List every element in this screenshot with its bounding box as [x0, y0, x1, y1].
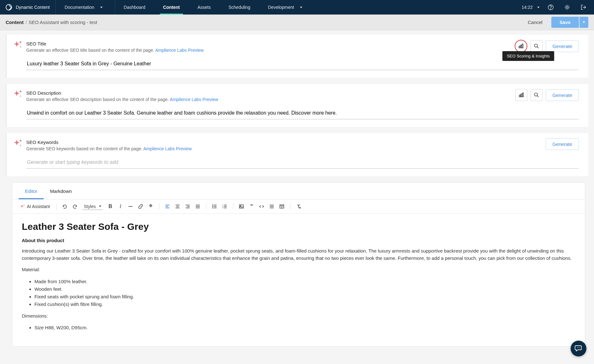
svg-point-26 — [213, 205, 213, 206]
list-item: Fixed seats with pocket sprung and foam … — [34, 293, 573, 301]
chat-support-button[interactable] — [571, 341, 586, 356]
nav-development[interactable]: Development — [259, 0, 311, 15]
styles-dropdown[interactable]: Styles — [82, 203, 103, 210]
code-button[interactable] — [257, 202, 266, 211]
svg-rect-38 — [239, 205, 244, 208]
nav-dashboard[interactable]: Dashboard — [115, 0, 155, 15]
seo-keywords-desc: Generate SEO keywords based on the conte… — [26, 146, 142, 151]
breadcrumb-bar: Content / SEO Assistant with scoring - t… — [0, 15, 594, 30]
hr-button[interactable] — [126, 202, 135, 211]
seo-desc-desc: Generate an effective SEO description ba… — [26, 97, 169, 102]
svg-point-28 — [213, 206, 213, 207]
number-list-button[interactable]: 123 — [220, 202, 229, 211]
top-nav: Dynamic Content Documentation Dashboard … — [0, 0, 594, 15]
cancel-button[interactable]: Cancel — [522, 17, 548, 27]
about-heading: About this product — [22, 238, 573, 243]
seo-desc-scoring-button[interactable] — [515, 89, 527, 101]
settings-button[interactable] — [562, 2, 573, 13]
table-button[interactable] — [277, 202, 286, 211]
seo-title-generate-button[interactable]: Generate — [546, 40, 579, 52]
tab-markdown[interactable]: Markdown — [44, 183, 78, 199]
time-label: 14:22 — [522, 5, 533, 10]
nav-scheduling[interactable]: Scheduling — [220, 0, 259, 15]
sparkle-icon — [13, 89, 22, 100]
seo-keywords-generate-button[interactable]: Generate — [546, 138, 579, 150]
svg-rect-13 — [149, 204, 152, 207]
list-item: Made from 100% leather. — [34, 278, 573, 285]
svg-point-30 — [213, 208, 213, 208]
seo-desc-generate-button[interactable]: Generate — [546, 89, 579, 101]
seo-description-block: SEO Description Generate an effective SE… — [6, 84, 588, 127]
align-right-button[interactable] — [183, 202, 192, 211]
nav-content[interactable]: Content — [154, 0, 189, 15]
codeblock-button[interactable] — [267, 202, 276, 211]
svg-text:3: 3 — [222, 207, 223, 209]
list-item: Fixed cushion(s) with fibre filling. — [34, 301, 573, 308]
align-left-button[interactable] — [163, 202, 172, 211]
nav-assets[interactable]: Assets — [189, 0, 220, 15]
dimensions-heading: Dimensions: — [22, 313, 573, 320]
breadcrumb-root[interactable]: Content — [6, 20, 24, 25]
save-button[interactable]: Save — [551, 17, 579, 28]
product-block: Dynamic Content — [0, 0, 56, 15]
clear-format-button[interactable] — [294, 202, 303, 211]
seo-keywords-preview-link[interactable]: Amplience Labs Preview — [143, 146, 191, 151]
list-item: Wooden feet. — [34, 285, 573, 293]
save-dropdown[interactable] — [579, 17, 588, 28]
image-button[interactable] — [237, 202, 246, 211]
sparkle-icon — [13, 138, 22, 149]
seo-title-desc: Generate an effective SEO title based on… — [26, 48, 154, 53]
product-name: Dynamic Content — [16, 5, 50, 10]
editor-content[interactable]: Leather 3 Seater Sofa - Grey About this … — [12, 214, 585, 346]
seo-scoring-tooltip: SEO Scoring & Insights — [502, 51, 554, 61]
quote-button[interactable]: ” — [247, 202, 256, 211]
dimensions-list: Size H88, W200, D95cm. — [22, 324, 573, 331]
seo-scoring-button[interactable] — [515, 40, 527, 52]
sparkle-icon — [13, 40, 22, 51]
material-heading: Material: — [22, 266, 573, 273]
link-button[interactable] — [136, 202, 145, 211]
seo-keywords-block: SEO Keywords Generate SEO keywords based… — [6, 133, 588, 176]
align-center-button[interactable] — [173, 202, 182, 211]
seo-keywords-label: SEO Keywords — [26, 140, 546, 145]
list-item: Size H88, W200, D95cm. — [34, 324, 573, 331]
ai-assistant-button[interactable]: AI Assistant — [17, 203, 52, 210]
align-justify-button[interactable] — [193, 202, 202, 211]
anchor-button[interactable] — [146, 202, 155, 211]
logout-button[interactable] — [578, 2, 589, 13]
redo-button[interactable] — [70, 202, 79, 211]
seo-desc-label: SEO Description — [26, 90, 515, 96]
editor-toolbar: AI Assistant Styles B I 123 ” — [12, 200, 585, 214]
logo-icon — [6, 4, 12, 10]
seo-title-block: SEO Title Generate an effective SEO titl… — [6, 35, 588, 78]
seo-desc-preview-link[interactable]: Amplience Labs Preview — [170, 97, 218, 102]
help-button[interactable] — [545, 2, 556, 13]
italic-button[interactable]: I — [116, 202, 125, 211]
seo-desc-search-button[interactable] — [530, 89, 542, 101]
seo-title-input[interactable] — [26, 58, 579, 70]
undo-button[interactable] — [60, 202, 69, 211]
material-list: Made from 100% leather. Wooden feet. Fix… — [22, 278, 573, 308]
nav-documentation[interactable]: Documentation — [56, 0, 115, 15]
tab-editor[interactable]: Editor — [19, 183, 44, 199]
seo-title-label: SEO Title — [26, 41, 515, 46]
seo-desc-input[interactable] — [26, 107, 579, 119]
seo-title-preview-link[interactable]: Amplience Labs Preview — [155, 48, 203, 53]
seo-keywords-input[interactable] — [26, 156, 579, 169]
bold-button[interactable]: B — [106, 202, 115, 211]
seo-title-search-button[interactable] — [530, 40, 542, 52]
intro-paragraph: Introducing our Leather 3 Seater Sofa in… — [22, 248, 573, 262]
bullet-list-button[interactable] — [210, 202, 219, 211]
chevron-down-icon — [537, 7, 540, 8]
time-dropdown[interactable]: 14:22 — [522, 5, 540, 10]
breadcrumb-leaf: SEO Assistant with scoring - test — [29, 20, 97, 25]
content-heading: Leather 3 Seater Sofa - Grey — [22, 221, 573, 232]
rich-text-editor: Editor Markdown AI Assistant Styles B I — [12, 182, 585, 347]
